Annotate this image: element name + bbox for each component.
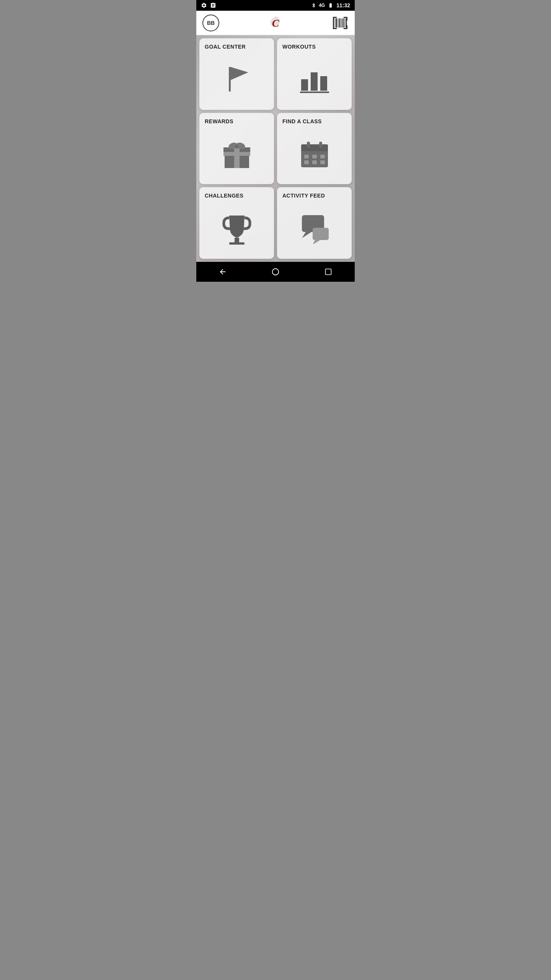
barcode-scanner-icon — [333, 17, 347, 29]
svg-text:C: C — [272, 17, 279, 29]
svg-rect-26 — [304, 155, 309, 158]
svg-rect-5 — [338, 18, 339, 28]
svg-rect-34 — [235, 238, 239, 242]
status-right-icons: 4G 11:32 — [311, 2, 350, 8]
svg-rect-15 — [320, 76, 327, 91]
trophy-icon — [222, 212, 252, 245]
header: BB C — [196, 11, 355, 35]
back-button[interactable] — [213, 262, 232, 281]
challenges-label: CHALLENGES — [205, 193, 243, 199]
svg-rect-25 — [301, 144, 328, 151]
calendar-icon — [299, 139, 330, 169]
svg-rect-20 — [223, 152, 250, 156]
activity-feed-card[interactable]: ACTIVITY FEED — [277, 187, 352, 259]
svg-rect-16 — [300, 91, 329, 93]
svg-rect-29 — [304, 160, 309, 164]
svg-rect-13 — [301, 79, 308, 91]
bottom-nav — [196, 262, 355, 282]
brand-logo: C — [268, 15, 283, 31]
svg-rect-33 — [319, 142, 322, 148]
svg-point-23 — [235, 145, 239, 149]
svg-marker-37 — [302, 232, 311, 238]
rewards-label: REWARDS — [205, 118, 233, 124]
svg-rect-6 — [339, 18, 341, 28]
flag-icon — [223, 64, 250, 95]
svg-rect-7 — [341, 18, 342, 28]
goal-center-icon-area — [205, 53, 269, 106]
settings-icon — [201, 2, 207, 8]
network-4g: 4G — [319, 3, 325, 8]
svg-rect-4 — [336, 18, 337, 28]
svg-rect-3 — [335, 18, 336, 28]
challenges-card[interactable]: CHALLENGES — [199, 187, 274, 259]
bluetooth-icon — [311, 3, 316, 8]
back-icon — [218, 268, 227, 276]
svg-rect-35 — [229, 242, 245, 245]
find-class-icon-area — [282, 127, 346, 181]
workouts-card[interactable]: WORKOUTS — [277, 38, 352, 110]
rewards-card[interactable]: REWARDS — [199, 113, 274, 185]
chart-bar-icon — [299, 64, 330, 95]
svg-marker-12 — [231, 67, 248, 80]
logo: C — [268, 15, 283, 31]
find-class-label: FIND A CLASS — [282, 118, 322, 124]
challenges-icon-area — [205, 202, 269, 255]
svg-marker-39 — [313, 240, 320, 244]
svg-rect-30 — [312, 160, 317, 164]
svg-rect-27 — [312, 155, 317, 158]
workouts-label: WORKOUTS — [282, 44, 316, 50]
goal-center-label: GOAL CENTER — [205, 44, 246, 50]
svg-rect-31 — [320, 160, 325, 164]
svg-rect-28 — [320, 155, 325, 158]
svg-rect-19 — [234, 147, 240, 168]
home-button[interactable] — [266, 262, 285, 281]
svg-rect-41 — [326, 269, 331, 275]
activity-feed-icon-area — [282, 202, 346, 255]
svg-rect-38 — [313, 228, 329, 240]
gift-icon — [222, 137, 252, 170]
recent-button[interactable] — [319, 262, 338, 281]
find-class-card[interactable]: FIND A CLASS — [277, 113, 352, 185]
workouts-icon-area — [282, 53, 346, 106]
battery-icon — [327, 3, 334, 8]
svg-rect-32 — [307, 142, 310, 148]
svg-rect-9 — [344, 18, 345, 28]
home-icon — [271, 268, 280, 276]
svg-rect-11 — [229, 67, 231, 91]
rewards-icon-area — [205, 127, 269, 181]
barcode-icon[interactable] — [332, 15, 349, 31]
status-left-icons — [201, 2, 216, 8]
svg-rect-8 — [342, 18, 344, 28]
status-bar: 4G 11:32 — [196, 0, 355, 11]
chat-icon — [298, 213, 331, 244]
svg-rect-14 — [311, 72, 318, 91]
goal-center-card[interactable]: GOAL CENTER — [199, 38, 274, 110]
recent-icon — [324, 268, 332, 276]
avatar[interactable]: BB — [202, 15, 219, 31]
main-grid: GOAL CENTER WORKOUTS REWARDS — [196, 35, 355, 262]
activity-feed-label: ACTIVITY FEED — [282, 193, 325, 199]
time: 11:32 — [336, 2, 350, 8]
clipboard-icon — [210, 2, 216, 8]
svg-point-40 — [272, 269, 279, 275]
